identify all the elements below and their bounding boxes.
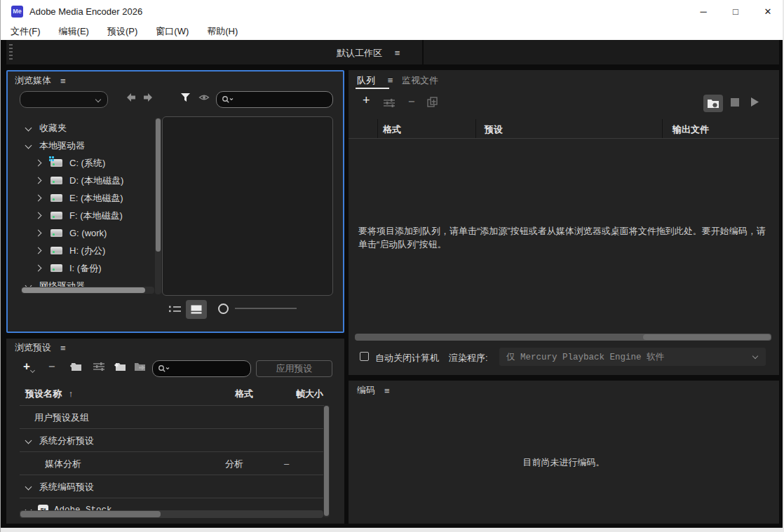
chevron-down-icon[interactable] <box>25 125 32 132</box>
delete-preset-button[interactable]: − <box>48 360 55 373</box>
menu-window[interactable]: 窗口(W) <box>147 25 198 38</box>
tab-queue[interactable]: 队列 ≡ <box>357 74 393 87</box>
back-button[interactable] <box>126 93 137 102</box>
preset-search-input[interactable] <box>170 363 238 374</box>
queue-menu-icon[interactable]: ≡ <box>388 75 393 86</box>
filter-funnel-icon <box>180 93 191 102</box>
renderer-label: 渲染程序: <box>449 352 488 364</box>
preset-row-system-encoding-group[interactable]: 系统编码预设 <box>20 475 324 498</box>
list-view-icon <box>169 305 181 313</box>
create-preset-button[interactable]: + <box>23 360 34 374</box>
queue-preset-column-header: 预设 <box>485 123 503 136</box>
tree-item-drive-d[interactable]: D: (本地磁盘) <box>21 172 154 189</box>
queue-preset-settings-button[interactable] <box>384 98 395 108</box>
chevron-right-icon[interactable] <box>35 212 42 219</box>
chevron-down-icon[interactable] <box>25 484 32 491</box>
chevron-down-icon <box>95 97 101 102</box>
media-search-box <box>216 91 333 108</box>
remove-source-button[interactable]: − <box>408 95 414 108</box>
menu-file[interactable]: 文件(F) <box>1 25 50 38</box>
media-browser-menu-icon[interactable]: ≡ <box>60 76 66 86</box>
window-title: Adobe Media Encoder 2026 <box>29 6 142 17</box>
preset-row-format: 分析 <box>225 458 243 470</box>
zoom-slider-track[interactable] <box>235 308 297 309</box>
stop-queue-button[interactable] <box>731 98 739 107</box>
encoding-panel: 编码 ≡ 目前尚未进行编码。 <box>349 381 779 524</box>
menu-preset[interactable]: 预设(P) <box>98 25 147 38</box>
chevron-right-icon[interactable] <box>35 195 42 202</box>
auto-encode-watch-folders-button[interactable] <box>703 95 723 112</box>
chevron-right-icon[interactable] <box>35 230 42 237</box>
add-source-button[interactable]: + <box>363 93 370 108</box>
duplicate-button[interactable] <box>427 97 438 108</box>
workspace-menu-icon[interactable]: ≡ <box>395 48 400 58</box>
forward-button[interactable] <box>142 93 154 102</box>
sort-ascending-icon: ↑ <box>69 388 74 399</box>
scrollbar-thumb[interactable] <box>20 511 161 517</box>
tree-item-local-drives[interactable]: 本地驱动器 <box>21 137 154 154</box>
preset-browser-menu-icon[interactable]: ≡ <box>60 343 66 353</box>
filter-button[interactable] <box>180 93 191 102</box>
tree-item-label: H: (办公) <box>69 245 105 257</box>
export-preset-button[interactable] <box>134 362 147 371</box>
thumbnail-view-button[interactable] <box>186 300 207 319</box>
zoom-slider-knob[interactable] <box>218 303 229 314</box>
apply-preset-button[interactable]: 应用预设 <box>256 360 332 377</box>
preset-row-media-analysis[interactable]: 媒体分析 分析 – <box>20 452 324 475</box>
preset-row-label: 媒体分析 <box>45 458 81 470</box>
scrollbar-thumb[interactable] <box>156 118 161 252</box>
preset-row-system-analysis-group[interactable]: 系统分析预设 <box>20 429 324 452</box>
chevron-right-icon[interactable] <box>35 247 42 254</box>
encoding-menu-icon[interactable]: ≡ <box>384 386 390 396</box>
preview-toggle-button[interactable] <box>198 93 210 102</box>
media-search-input[interactable] <box>234 94 315 105</box>
drive-icon <box>50 212 62 219</box>
preset-name-column-header[interactable]: 预设名称 ↑ <box>25 388 73 400</box>
tab-watch-folders[interactable]: 监视文件 <box>402 74 438 87</box>
media-content-area[interactable] <box>162 116 333 296</box>
scrollbar-thumb[interactable] <box>643 334 771 340</box>
tree-item-drive-i[interactable]: I: (备份) <box>21 259 154 277</box>
duplicate-icon <box>427 97 438 108</box>
preset-settings-button[interactable] <box>93 362 104 371</box>
auto-shutdown-checkbox[interactable] <box>360 352 369 361</box>
tree-item-drive-e[interactable]: E: (本地磁盘) <box>21 189 154 207</box>
workspace-tab[interactable]: 默认工作区 ≡ <box>337 47 400 60</box>
tree-item-drive-c[interactable]: C: (系统) <box>21 154 154 172</box>
column-label: 预设名称 <box>25 388 62 399</box>
tree-item-label: G: (work) <box>69 228 107 238</box>
chevron-down-icon[interactable] <box>25 437 32 444</box>
scrollbar-thumb[interactable] <box>22 287 145 293</box>
tree-item-label: D: (本地磁盘) <box>69 175 123 187</box>
auto-shutdown-label: 自动关闭计算机 <box>375 352 439 364</box>
menu-help[interactable]: 帮助(H) <box>198 25 247 38</box>
close-button[interactable]: ✕ <box>752 0 784 22</box>
import-preset-button[interactable] <box>113 362 126 371</box>
start-queue-button[interactable] <box>750 97 759 107</box>
preset-row-user-presets[interactable]: 用户预设及组 <box>20 406 324 429</box>
scrollbar-thumb[interactable] <box>324 406 329 516</box>
workspace-label: 默认工作区 <box>337 48 382 58</box>
chevron-down-icon[interactable] <box>25 142 32 149</box>
tree-item-drive-f[interactable]: F: (本地磁盘) <box>21 207 154 224</box>
drag-handle-icon[interactable] <box>9 44 13 60</box>
chevron-right-icon[interactable] <box>35 265 42 272</box>
drive-icon <box>50 264 62 272</box>
maximize-button[interactable]: □ <box>719 0 752 22</box>
title-bar: Me Adobe Media Encoder 2026 ─ □ ✕ <box>1 0 784 22</box>
chevron-right-icon[interactable] <box>35 160 42 167</box>
minimize-button[interactable]: ─ <box>687 0 719 22</box>
app-logo-icon: Me <box>11 6 23 18</box>
list-view-button[interactable] <box>169 305 181 313</box>
new-preset-group-button[interactable] <box>69 362 82 371</box>
directory-dropdown[interactable] <box>20 91 108 108</box>
play-icon <box>750 97 759 107</box>
frame-size-column-header[interactable]: 帧大小 <box>296 388 323 400</box>
tree-item-favorites[interactable]: 收藏夹 <box>21 119 154 137</box>
tree-item-drive-g[interactable]: G: (work) <box>21 224 154 242</box>
chevron-right-icon[interactable] <box>35 177 42 184</box>
menu-edit[interactable]: 编辑(E) <box>50 25 98 38</box>
tree-item-drive-h[interactable]: H: (办公) <box>21 242 154 259</box>
format-column-header[interactable]: 格式 <box>235 388 253 400</box>
renderer-dropdown[interactable]: 仅 Mercury Playback Engine 软件 <box>499 348 766 366</box>
